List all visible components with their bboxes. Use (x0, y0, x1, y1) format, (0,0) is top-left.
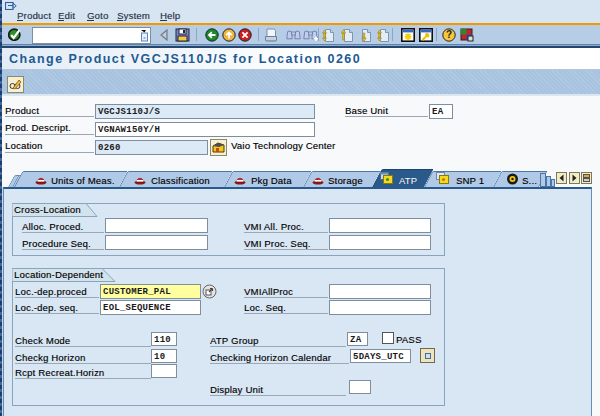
svg-text:?: ? (446, 29, 452, 40)
